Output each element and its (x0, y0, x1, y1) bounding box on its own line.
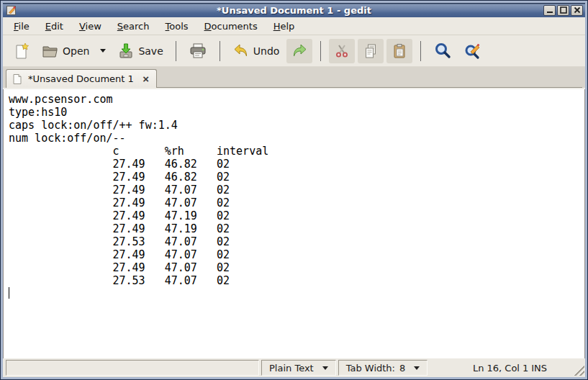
cursor-position-label: Ln 16, Col 1 (430, 363, 571, 374)
toolbar-separator (320, 41, 321, 61)
undo-label: Undo (253, 45, 280, 57)
language-label: Plain Text (269, 363, 314, 374)
undo-button[interactable]: Undo (228, 39, 284, 63)
save-icon (117, 42, 135, 60)
chevron-down-icon (414, 366, 420, 370)
document-lines: www.pcsensor.com type:hs10 caps lock:on/… (9, 93, 268, 287)
new-document-icon (13, 42, 30, 60)
redo-button[interactable] (286, 39, 312, 63)
copy-button[interactable] (358, 39, 384, 63)
open-button[interactable]: Open (37, 39, 110, 63)
paste-button[interactable] (386, 39, 412, 63)
document-icon (12, 73, 23, 85)
save-button[interactable]: Save (113, 39, 167, 63)
folder-icon (42, 42, 59, 60)
chevron-down-icon (322, 366, 328, 370)
tab-close-button[interactable]: × (141, 74, 150, 84)
tab-width-label: Tab Width: (346, 363, 395, 374)
menu-item-help[interactable]: Help (267, 19, 302, 34)
new-document-button[interactable] (9, 39, 35, 63)
print-button[interactable] (184, 39, 212, 63)
menu-item-edit[interactable]: Edit (39, 19, 70, 34)
close-button[interactable] (571, 5, 583, 16)
toolbar-separator (420, 41, 421, 61)
toolbar: Open Save Und (3, 35, 585, 67)
printer-icon (189, 42, 207, 60)
replace-button[interactable] (459, 38, 487, 64)
close-icon: × (143, 73, 149, 85)
resize-grip[interactable] (574, 365, 584, 376)
close-icon (574, 6, 581, 14)
gedit-window: *Unsaved Document 1 - gedit File Edit Vi… (0, 0, 588, 380)
search-icon (433, 42, 452, 60)
text-cursor (9, 287, 9, 299)
maximize-button[interactable] (557, 5, 569, 16)
tab-width-value: 8 (399, 363, 405, 374)
statusbar-message-area (6, 360, 259, 376)
menu-item-tools[interactable]: Tools (159, 19, 195, 34)
tab-label: *Unsaved Document 1 (28, 73, 136, 84)
statusbar-right-area: Ln 16, Col 1 INS (430, 360, 571, 376)
save-label: Save (138, 45, 163, 57)
gedit-app-icon[interactable] (6, 4, 17, 16)
insert-mode-label: INS (531, 363, 547, 374)
cut-button[interactable] (329, 39, 355, 63)
undo-icon (232, 42, 250, 60)
tab-width-selector[interactable]: Tab Width: 8 (338, 360, 428, 376)
window-title: *Unsaved Document 1 - gedit (3, 5, 585, 16)
toolbar-separator (176, 41, 176, 61)
menu-item-search[interactable]: Search (111, 19, 156, 34)
menu-item-view[interactable]: View (73, 19, 108, 34)
redo-icon (291, 42, 308, 60)
copy-icon (362, 42, 379, 60)
menu-item-documents[interactable]: Documents (198, 19, 264, 34)
tab-bar: *Unsaved Document 1 × (3, 67, 585, 89)
toolbar-separator (220, 41, 220, 61)
maximize-icon (560, 6, 567, 14)
scissors-icon (333, 42, 350, 60)
text-editor[interactable]: www.pcsensor.com type:hs10 caps lock:on/… (3, 89, 585, 358)
tab-bar-empty-area (157, 69, 582, 88)
tab-unsaved-document[interactable]: *Unsaved Document 1 × (6, 69, 157, 88)
find-button[interactable] (429, 38, 456, 64)
title-bar[interactable]: *Unsaved Document 1 - gedit (3, 3, 585, 17)
document-text[interactable]: www.pcsensor.com type:hs10 caps lock:on/… (4, 89, 584, 300)
clipboard-icon (391, 42, 408, 60)
search-replace-icon (463, 42, 482, 60)
open-label: Open (63, 45, 89, 57)
menubar: File Edit View Search Tools Documents He… (3, 17, 585, 35)
minimize-icon (546, 6, 553, 14)
language-selector[interactable]: Plain Text (261, 360, 336, 376)
status-bar: Plain Text Tab Width: 8 Ln 16, Col 1 INS (3, 358, 585, 377)
open-dropdown-icon[interactable] (100, 49, 106, 53)
menu-item-file[interactable]: File (7, 19, 36, 34)
minimize-button[interactable] (543, 5, 556, 16)
